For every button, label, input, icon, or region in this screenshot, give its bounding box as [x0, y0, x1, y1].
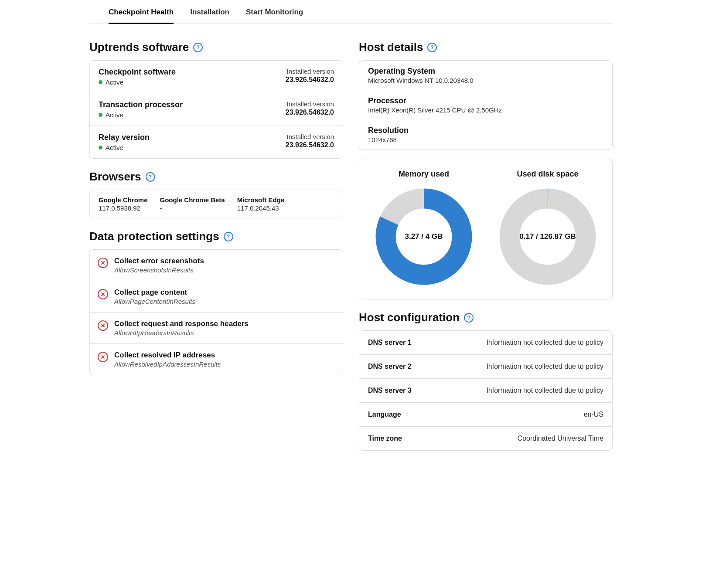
version-label: Installed version — [286, 100, 334, 108]
gauges-card: Memory used 3.27 / 4 GB Used disk space — [359, 159, 613, 299]
config-value: en-US — [584, 411, 603, 418]
value: Microsoft Windows NT 10.0.20348.0 — [368, 77, 603, 84]
config-row: DNS server 1 Information not collected d… — [359, 331, 612, 354]
status-dot-icon — [99, 146, 102, 150]
value: 1024x768 — [368, 136, 603, 143]
section-title-host-details: Host details ? — [359, 41, 613, 54]
software-name: Checkpoint software — [99, 68, 176, 77]
dp-key: AllowHttpHeadersInResults — [114, 329, 249, 336]
software-row: Relay version Active Installed version 2… — [90, 126, 343, 158]
host-detail-cpu: Processor Intel(R) Xeon(R) Silver 4215 C… — [359, 90, 612, 120]
host-details-card: Operating System Microsoft Windows NT 10… — [359, 60, 613, 150]
config-row: DNS server 2 Information not collected d… — [359, 354, 612, 378]
browser-name: Google Chrome Beta — [160, 196, 225, 204]
status-text: Active — [106, 144, 123, 151]
browser-col: Google Chrome Beta - — [160, 196, 225, 212]
gauge-title: Used disk space — [517, 170, 578, 179]
software-name: Relay version — [99, 133, 150, 142]
label: Resolution — [368, 126, 603, 135]
help-icon[interactable]: ? — [224, 232, 233, 241]
section-title-uptrends: Uptrends software ? — [89, 41, 343, 54]
heading-text: Uptrends software — [89, 41, 189, 54]
dp-key: AllowPageContentInResults — [114, 298, 195, 305]
heading-text: Host details — [359, 41, 423, 54]
heading-text: Host configuration — [359, 311, 460, 324]
version-label: Installed version — [286, 133, 334, 140]
help-icon[interactable]: ? — [464, 313, 474, 323]
dp-key: AllowResolvedIpAddressesInResults — [114, 360, 221, 368]
section-title-browsers: Browsers ? — [89, 170, 343, 184]
config-key: Time zone — [368, 435, 402, 442]
data-protection-card: Collect error screenshots AllowScreensho… — [89, 249, 343, 375]
gauge-title: Memory used — [399, 170, 449, 179]
section-title-host-config: Host configuration ? — [359, 311, 613, 324]
tab-start-monitoring[interactable]: Start Monitoring — [246, 8, 303, 24]
section-title-data-protection: Data protection settings ? — [89, 230, 343, 243]
config-row: DNS server 3 Information not collected d… — [359, 378, 612, 402]
dp-title: Collect request and response headers — [114, 319, 249, 328]
browser-version: - — [160, 204, 225, 212]
dp-row: Collect error screenshots AllowScreensho… — [90, 250, 343, 281]
browser-col: Google Chrome 117.0.5938.92 — [99, 196, 148, 212]
host-detail-os: Operating System Microsoft Windows NT 10… — [359, 61, 612, 90]
software-row: Checkpoint software Active Installed ver… — [90, 61, 343, 93]
browser-name: Microsoft Edge — [237, 196, 284, 204]
dp-key: AllowScreenshotsInResults — [114, 266, 204, 274]
status-text: Active — [106, 111, 123, 119]
dp-row: Collect page content AllowPageContentInR… — [90, 281, 343, 312]
tab-bar: Checkpoint Health Installation Start Mon… — [89, 0, 613, 24]
dp-title: Collect error screenshots — [114, 257, 204, 265]
heading-text: Browsers — [89, 170, 141, 184]
dp-row: Collect resolved IP addreses AllowResolv… — [90, 343, 343, 375]
config-value: Information not collected due to policy — [486, 339, 603, 347]
version-label: Installed version — [286, 68, 334, 75]
help-icon[interactable]: ? — [146, 172, 155, 182]
software-row: Transaction processor Active Installed v… — [90, 93, 343, 126]
value: Intel(R) Xeon(R) Silver 4215 CPU @ 2.50G… — [368, 106, 603, 114]
memory-gauge: Memory used 3.27 / 4 GB — [366, 170, 481, 287]
heading-text: Data protection settings — [89, 230, 219, 243]
host-config-card: DNS server 1 Information not collected d… — [359, 330, 613, 451]
version-value: 23.926.54632.0 — [286, 76, 334, 84]
disabled-icon — [98, 258, 108, 268]
config-value: Information not collected due to policy — [486, 363, 603, 370]
dp-title: Collect resolved IP addreses — [114, 351, 221, 360]
dp-title: Collect page content — [114, 288, 195, 297]
disabled-icon — [98, 320, 108, 331]
disk-gauge: Used disk space 0.17 / 126.87 GB — [490, 170, 605, 287]
browser-version: 117.0.5938.92 — [99, 204, 148, 212]
config-key: Language — [368, 411, 401, 418]
right-column: Host details ? Operating System Microsof… — [359, 34, 613, 451]
tab-installation[interactable]: Installation — [190, 8, 229, 24]
uptrends-card: Checkpoint software Active Installed ver… — [89, 60, 343, 159]
browser-version: 117.0.2045.43 — [237, 204, 284, 212]
status-text: Active — [106, 78, 123, 86]
config-key: DNS server 2 — [368, 363, 412, 370]
version-value: 23.926.54632.0 — [286, 141, 334, 149]
label: Operating System — [368, 67, 603, 76]
config-key: DNS server 1 — [368, 339, 412, 347]
status-dot-icon — [99, 80, 102, 84]
disabled-icon — [98, 352, 108, 362]
tab-checkpoint-health[interactable]: Checkpoint Health — [109, 8, 174, 24]
help-icon[interactable]: ? — [427, 43, 437, 52]
disabled-icon — [98, 289, 108, 299]
config-key: DNS server 3 — [368, 387, 412, 394]
browser-name: Google Chrome — [99, 196, 148, 204]
browsers-card: Google Chrome 117.0.5938.92 Google Chrom… — [89, 190, 343, 218]
dp-row: Collect request and response headers All… — [90, 312, 343, 343]
software-name: Transaction processor — [99, 100, 183, 109]
status-dot-icon — [99, 113, 102, 117]
label: Processor — [368, 96, 603, 105]
gauge-center-label: 0.17 / 126.87 GB — [498, 187, 598, 287]
left-column: Uptrends software ? Checkpoint software … — [89, 34, 343, 451]
config-row: Time zone Coordinated Universal Time — [359, 426, 612, 450]
version-value: 23.926.54632.0 — [286, 109, 334, 116]
host-detail-resolution: Resolution 1024x768 — [359, 120, 612, 150]
config-row: Language en-US — [359, 402, 612, 426]
help-icon[interactable]: ? — [193, 43, 203, 52]
browser-col: Microsoft Edge 117.0.2045.43 — [237, 196, 284, 212]
gauge-center-label: 3.27 / 4 GB — [374, 187, 474, 287]
config-value: Information not collected due to policy — [486, 387, 603, 394]
config-value: Coordinated Universal Time — [518, 435, 603, 442]
